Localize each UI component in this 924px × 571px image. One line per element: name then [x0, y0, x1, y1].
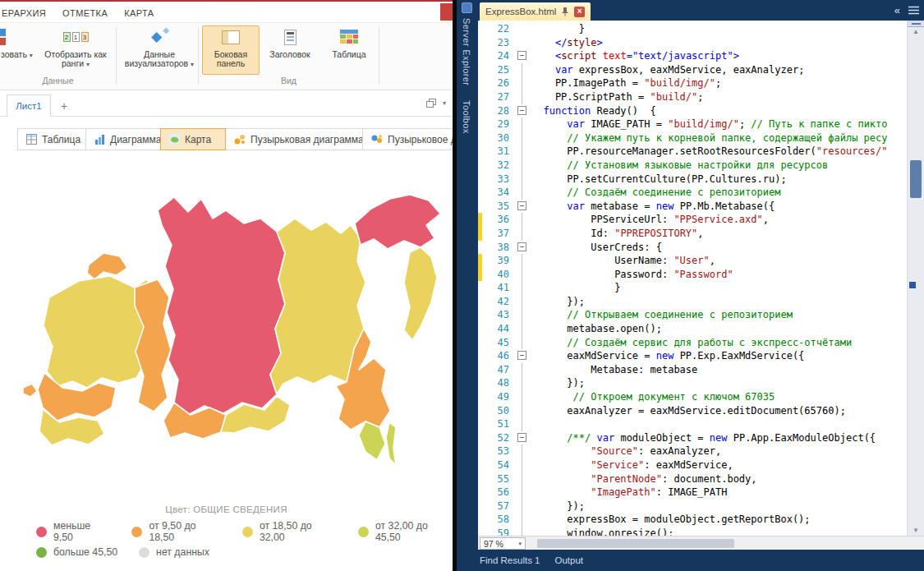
close-icon[interactable]: × [574, 7, 585, 17]
code-line-48[interactable]: 48 }); [478, 376, 907, 390]
code-line-22[interactable]: 22 } [478, 22, 907, 36]
code-line-40[interactable]: 40 Password: "Password" [478, 268, 907, 282]
code-text: "ImagePath": IMAGE_PATH [529, 486, 727, 500]
table-icon [340, 26, 358, 48]
map-region-primorye[interactable] [359, 421, 385, 460]
fold-guide [515, 513, 529, 527]
code-line-36[interactable]: 36 PPServiceUrl: "PPService.axd", [478, 213, 907, 227]
code-line-28[interactable]: 28− function Ready() { [478, 104, 907, 118]
tool-tab-toolbox[interactable]: Toolbox [462, 100, 471, 134]
tab-list-icon[interactable] [908, 6, 919, 15]
code-line-56[interactable]: 56 "ImagePath": IMAGE_PATH [478, 486, 907, 500]
ribbon-button-data-visualizers[interactable]: ◆◆ Данные визуализаторов ▾ [120, 25, 199, 75]
legend-item: от 9,50 до 18,50 [131, 520, 220, 543]
add-sheet-button[interactable]: + [54, 97, 74, 115]
map-region-kola[interactable] [87, 253, 127, 279]
view-tab-chart[interactable]: Диаграмма [85, 128, 161, 150]
ribbon-button-side-panel[interactable]: Боковая панель [202, 25, 260, 75]
view-tab-map[interactable]: Карта [160, 128, 226, 150]
scrollbar-thumb[interactable] [910, 160, 922, 198]
scroll-down-icon[interactable]: ▼ [908, 527, 924, 534]
map-region-center[interactable] [158, 197, 285, 415]
horizontal-scrollbar-thumb[interactable] [537, 539, 734, 548]
view-tab-bubble-tree[interactable]: Пузырьковое де [362, 128, 453, 150]
tool-tab-server-explorer[interactable]: Server Explorer [462, 18, 471, 85]
code-line-59[interactable]: 59 window.onresize(); [478, 527, 907, 536]
code-line-46[interactable]: 46− eaxMdService = new PP.Exp.EaxMdServi… [478, 349, 907, 363]
code-editor[interactable]: 22 }23 </style>24− <script text="text/ja… [478, 21, 907, 536]
zoom-control[interactable]: 97 % ▾ [480, 537, 526, 550]
code-line-44[interactable]: 44 metabase.open(); [478, 322, 907, 336]
code-line-31[interactable]: 31 PP.resourceManager.setRootResourcesFo… [478, 145, 907, 159]
fold-collapse-button[interactable]: − [515, 104, 529, 118]
code-line-47[interactable]: 47 Metabase: metabase [478, 363, 907, 377]
code-line-33[interactable]: 33 PP.setCurrentCulture(PP.Cultures.ru); [478, 173, 907, 186]
map-region-urals[interactable] [135, 279, 171, 412]
code-line-30[interactable]: 30 // Укажем путь к корневой папке, соде… [478, 131, 907, 145]
code-line-41[interactable]: 41 } [478, 281, 907, 295]
code-line-24[interactable]: 24− <script text="text/javascript"> [478, 49, 907, 63]
code-line-38[interactable]: 38− UserCreds: { [478, 241, 907, 255]
tool-tab-output[interactable]: Output [555, 555, 584, 565]
code-line-58[interactable]: 58 expressBox = moduleObject.getReportBo… [478, 513, 907, 527]
code-line-54[interactable]: 54 "Service": eaxMdService, [478, 458, 907, 472]
code-text: function Ready() { [529, 104, 656, 118]
view-tab-bubble-chart[interactable]: Пузырьковая диаграмма [225, 128, 363, 150]
sheetbar-dropdown-icon[interactable]: ▾ [443, 99, 446, 107]
code-line-49[interactable]: 49 // Откроем документ с ключом 67035 [478, 390, 907, 404]
view-tab-table[interactable]: Таблица [17, 128, 86, 150]
fold-collapse-button[interactable]: − [515, 241, 529, 255]
view-tab-label: Пузырьковое де [388, 134, 453, 145]
scrollbar-split-handle[interactable] [908, 21, 924, 27]
code-line-29[interactable]: 29 var IMAGE_PATH = "build/img/"; // Пут… [478, 117, 907, 131]
fold-collapse-button[interactable]: − [515, 349, 529, 363]
map-region-kamchatka[interactable] [404, 247, 437, 340]
ribbon-button-title[interactable]: Заголовок [263, 25, 317, 75]
tool-tab-find-results[interactable]: Find Results 1 [480, 555, 540, 565]
code-line-57[interactable]: 57 }); [478, 500, 907, 513]
code-line-26[interactable]: 26 PP.ImagePath = "build/img/"; [478, 76, 907, 90]
fold-guide [515, 336, 529, 350]
map-region-chukotka[interactable] [355, 195, 440, 249]
code-line-23[interactable]: 23 </style> [478, 36, 907, 50]
code-line-35[interactable]: 35− var metabase = new PP.Mb.Metabase({ [478, 200, 907, 214]
code-text: }); [529, 295, 585, 309]
code-line-53[interactable]: 53 "Source": eaxAnalyzer, [478, 444, 907, 458]
document-tab-expressbox[interactable]: ExpressBox.html × [480, 2, 591, 21]
code-line-52[interactable]: 52− /**/ var moduleObject = new PP.App.E… [478, 431, 907, 445]
fold-collapse-button[interactable]: − [515, 431, 529, 445]
pin-icon[interactable] [561, 7, 569, 16]
code-line-42[interactable]: 42 }); [478, 295, 907, 309]
sheet-tab-list1[interactable]: Лист1 [7, 94, 51, 117]
line-number: 30 [482, 131, 515, 145]
map-region-sakhalin[interactable] [386, 422, 396, 465]
line-number: 24 [482, 49, 515, 63]
ribbon-button-table[interactable]: Таблица [324, 25, 375, 75]
menu-item-map[interactable]: КАРТА [124, 8, 154, 18]
code-line-50[interactable]: 50 eaxAnalyzer = eaxMdService.editDocume… [478, 404, 907, 418]
scroll-up-icon[interactable]: ▲ [908, 28, 924, 35]
legend-label: нет данных [156, 546, 209, 558]
code-line-34[interactable]: 34 // Создаём соединение с репозиторием [478, 186, 907, 200]
fold-guide [515, 131, 529, 145]
code-line-32[interactable]: 32 // Установим языковые настройки для р… [478, 159, 907, 173]
bubbles-icon [234, 134, 246, 145]
code-line-45[interactable]: 45 // Создаём сервис для работы с экспре… [478, 336, 907, 350]
code-line-25[interactable]: 25 var expressBox, eaxMdService, eaxAnal… [478, 63, 907, 77]
ribbon-button-show-as-ranks[interactable]: 213 Отобразить как ранги ▾ [34, 25, 117, 75]
collapse-tabs-icon[interactable]: « [894, 5, 900, 16]
map-region-kaliningrad[interactable] [23, 384, 37, 397]
fold-collapse-button[interactable]: − [515, 200, 529, 214]
code-line-55[interactable]: 55 "ParentNode": document.body, [478, 472, 907, 486]
code-line-51[interactable]: 51 [478, 417, 907, 431]
window-layout-icon[interactable] [426, 99, 436, 108]
code-line-43[interactable]: 43 // Открываем соединение с репозиторие… [478, 308, 907, 322]
fold-collapse-button[interactable]: − [515, 49, 529, 63]
menu-item-mark[interactable]: ОТМЕТКА [62, 8, 108, 18]
vertical-scrollbar[interactable]: ▲ ▼ [907, 21, 924, 536]
menu-item-hierarchy[interactable]: ЕРАРХИЯ [2, 8, 46, 18]
code-line-37[interactable]: 37 Id: "PPREPOSITORY", [478, 227, 907, 241]
code-line-27[interactable]: 27 PP.ScriptPath = "build/"; [478, 90, 907, 104]
code-line-39[interactable]: 39 UserName: "User", [478, 254, 907, 268]
line-number: 50 [482, 404, 515, 418]
